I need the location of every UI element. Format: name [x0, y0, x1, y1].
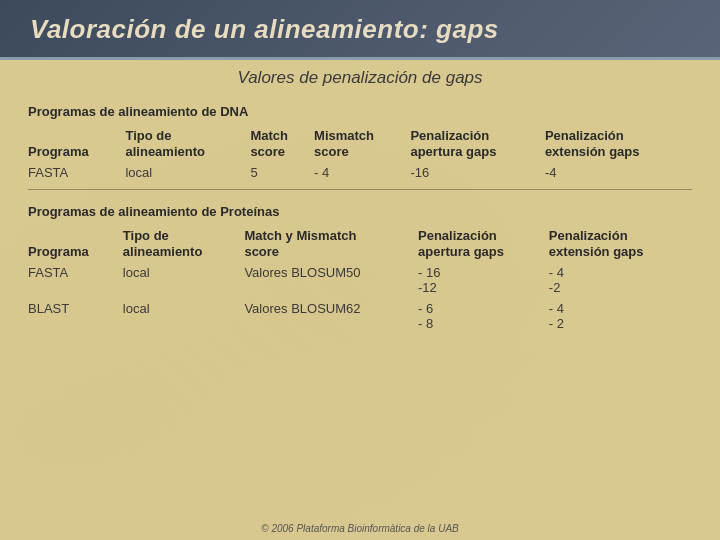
prot-col-programa: Programa — [28, 225, 123, 262]
dna-col-mismatch: Mismatchscore — [314, 125, 410, 162]
prot-fasta-tipo: local — [123, 262, 245, 298]
background: Valoración de un alineamiento: gaps Valo… — [0, 0, 720, 540]
prot-blast-programa: BLAST — [28, 298, 123, 334]
protein-section-title: Programas de alineamiento de Proteínas — [28, 204, 692, 219]
dna-fasta-mismatch: - 4 — [314, 162, 410, 183]
prot-fasta-programa: FASTA — [28, 262, 123, 298]
dna-section-title: Programas de alineamiento de DNA — [28, 104, 692, 119]
prot-col-tipo: Tipo dealineamiento — [123, 225, 245, 262]
dna-col-tipo: Tipo dealineamiento — [125, 125, 250, 162]
dna-fasta-tipo: local — [125, 162, 250, 183]
dna-table: Programa Tipo dealineamiento Matchscore … — [28, 125, 692, 183]
prot-row-fasta: FASTA local Valores BLOSUM50 - 16-12 - 4… — [28, 262, 692, 298]
dna-row-fasta: FASTA local 5 - 4 -16 -4 — [28, 162, 692, 183]
content-area: Programas de alineamiento de DNA Program… — [0, 90, 720, 519]
dna-fasta-programa: FASTA — [28, 162, 125, 183]
dna-col-pen-apertura: Penalizaciónapertura gaps — [410, 125, 544, 162]
header: Valoración de un alineamiento: gaps — [0, 0, 720, 60]
dna-col-programa: Programa — [28, 125, 125, 162]
slide: Valoración de un alineamiento: gaps Valo… — [0, 0, 720, 540]
protein-table: Programa Tipo dealineamiento Match y Mis… — [28, 225, 692, 334]
prot-fasta-pen-apertura: - 16-12 — [418, 262, 549, 298]
prot-row-blast: BLAST local Valores BLOSUM62 - 6- 8 - 4-… — [28, 298, 692, 334]
prot-blast-tipo: local — [123, 298, 245, 334]
prot-col-match-mismatch: Match y Mismatchscore — [244, 225, 418, 262]
dna-col-pen-extension: Penalizaciónextensión gaps — [545, 125, 692, 162]
dna-fasta-pen-apertura: -16 — [410, 162, 544, 183]
section-divider — [28, 189, 692, 190]
footer: © 2006 Plataforma Bioinformàtica de la U… — [0, 519, 720, 540]
dna-col-match: Matchscore — [250, 125, 314, 162]
dna-fasta-match: 5 — [250, 162, 314, 183]
main-title: Valoración de un alineamiento: gaps — [30, 14, 690, 45]
prot-blast-match: Valores BLOSUM62 — [244, 298, 418, 334]
subheader: Valores de penalización de gaps — [0, 60, 720, 90]
prot-blast-pen-extension: - 4- 2 — [549, 298, 692, 334]
prot-col-pen-apertura: Penalizaciónapertura gaps — [418, 225, 549, 262]
prot-col-pen-extension: Penalizaciónextensión gaps — [549, 225, 692, 262]
prot-fasta-match: Valores BLOSUM50 — [244, 262, 418, 298]
prot-fasta-pen-extension: - 4-2 — [549, 262, 692, 298]
prot-blast-pen-apertura: - 6- 8 — [418, 298, 549, 334]
dna-fasta-pen-extension: -4 — [545, 162, 692, 183]
